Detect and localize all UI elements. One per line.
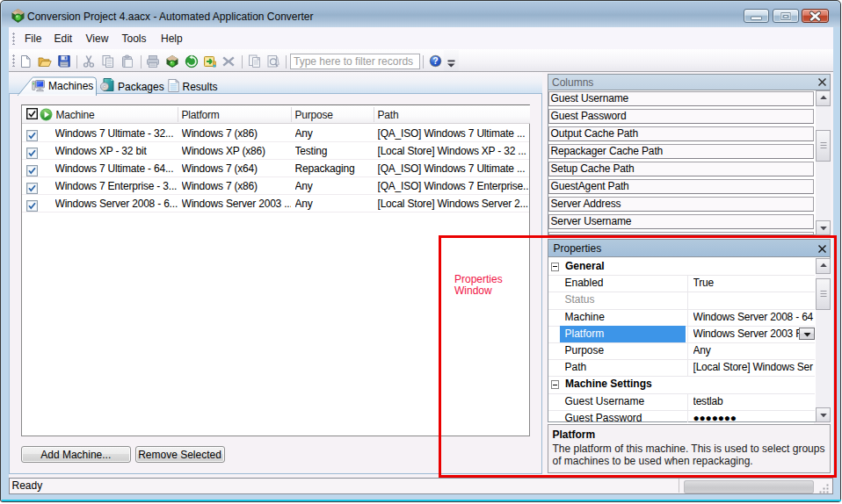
svg-text:?: ? — [432, 55, 438, 66]
